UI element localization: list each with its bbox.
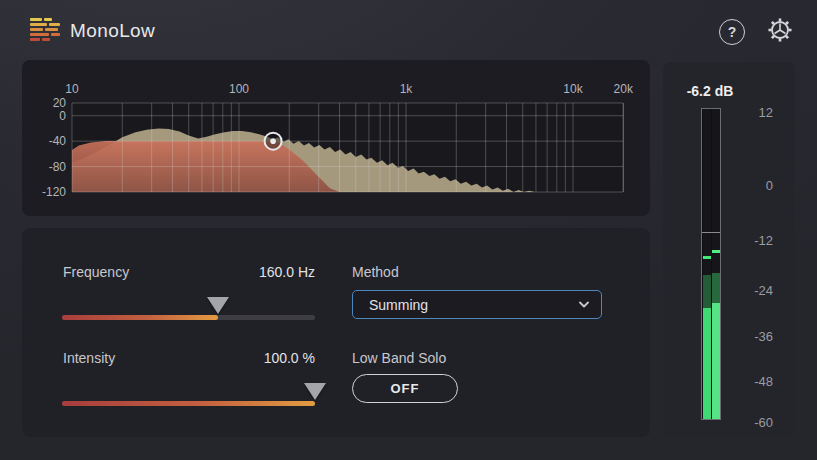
meter-channel-right: [712, 109, 720, 419]
frequency-slider[interactable]: [62, 294, 315, 320]
gear-icon: [767, 17, 793, 43]
svg-text:-120: -120: [42, 185, 66, 199]
meter-scale-label: 0: [733, 178, 773, 193]
chevron-down-icon: [579, 301, 589, 308]
svg-text:20k: 20k: [614, 82, 634, 96]
zero-db-line: [702, 232, 720, 233]
app-logo: [30, 18, 60, 41]
method-dropdown[interactable]: Summing: [352, 290, 602, 319]
low-band-solo-label: Low Band Solo: [352, 350, 446, 366]
svg-text:1k: 1k: [400, 82, 414, 96]
intensity-label: Intensity: [63, 350, 115, 366]
meter-scale-label: -60: [733, 415, 773, 430]
spectrum-panel: 101001k10k20k 200-40-80-120: [22, 60, 650, 216]
output-level-readout: -6.2 dB: [663, 83, 757, 99]
app-title: MonoLow: [70, 20, 155, 42]
peak-hold-tick: [703, 256, 711, 259]
frequency-slider-fill: [62, 315, 218, 320]
settings-button[interactable]: [767, 17, 793, 43]
frequency-label: Frequency: [63, 264, 129, 280]
spectrum-display: 101001k10k20k 200-40-80-120: [22, 60, 650, 216]
svg-text:-80: -80: [49, 160, 67, 174]
low-band-solo-state: OFF: [391, 381, 420, 396]
rms-segment: [712, 273, 720, 303]
low-band-solo-toggle[interactable]: OFF: [352, 374, 458, 403]
crossover-handle[interactable]: [265, 133, 282, 150]
level-meter: [701, 108, 721, 420]
level-segment: [712, 303, 720, 419]
frequency-value: 160.0 Hz: [165, 264, 315, 280]
svg-text:100: 100: [229, 82, 249, 96]
svg-text:10: 10: [65, 82, 79, 96]
svg-text:0: 0: [59, 109, 66, 123]
frequency-slider-handle[interactable]: [207, 297, 229, 314]
meter-scale-label: -24: [733, 283, 773, 298]
level-segment: [703, 308, 711, 419]
method-selected-value: Summing: [369, 297, 579, 313]
control-panel: Frequency 160.0 Hz Intensity 100.0 % Met…: [22, 228, 650, 437]
intensity-slider-fill: [62, 401, 315, 406]
intensity-value: 100.0 %: [165, 350, 315, 366]
meter-scale-label: -36: [733, 329, 773, 344]
help-button[interactable]: ?: [719, 19, 745, 45]
header-bar: MonoLow ?: [0, 0, 817, 60]
meter-scale-label: -12: [733, 233, 773, 248]
meter-scale-label: -48: [733, 374, 773, 389]
intensity-slider[interactable]: [62, 380, 315, 406]
intensity-slider-handle[interactable]: [304, 383, 326, 400]
method-label: Method: [352, 264, 399, 280]
svg-text:-40: -40: [49, 134, 67, 148]
meter-scale-label: 12: [733, 105, 773, 120]
db-axis-labels: 200-40-80-120: [42, 96, 66, 199]
frequency-axis-labels: 101001k10k20k: [65, 82, 634, 96]
help-icon: ?: [728, 24, 737, 40]
peak-hold-tick: [712, 250, 720, 253]
rms-segment: [703, 275, 711, 308]
meter-channel-left: [703, 109, 711, 419]
meter-panel: -6.2 dB 120-12-24-36-48-60: [663, 62, 795, 437]
svg-text:10k: 10k: [563, 82, 583, 96]
